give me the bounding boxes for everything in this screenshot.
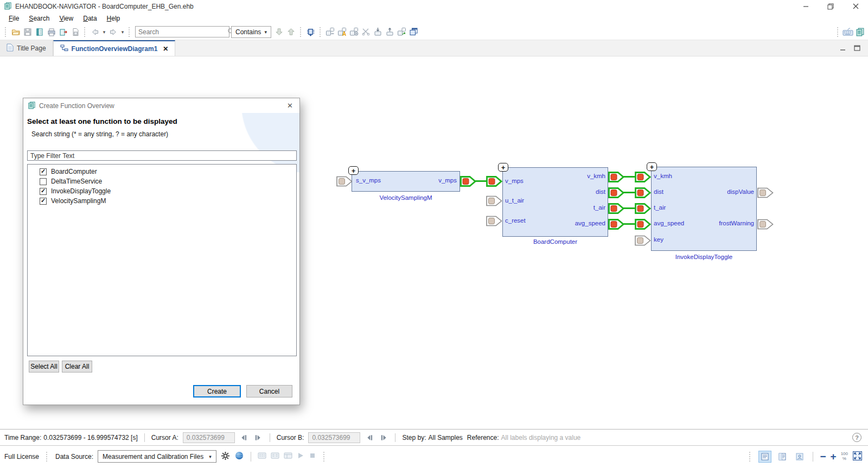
table-of-contents-icon[interactable]	[34, 26, 46, 38]
port-connector-connected[interactable]	[635, 187, 651, 198]
go-to-function-icon[interactable]	[305, 26, 317, 38]
forward-icon[interactable]	[107, 26, 119, 38]
port-connector-connected[interactable]	[635, 172, 651, 182]
presenter-view-icon[interactable]	[793, 451, 806, 463]
port-label[interactable]: dist	[548, 188, 605, 195]
port-connector-unconnected[interactable]	[486, 195, 502, 206]
clear-all-button[interactable]: Clear All	[62, 361, 92, 373]
fit-to-screen-icon[interactable]	[852, 451, 863, 463]
dialog-close-icon[interactable]: ✕	[285, 102, 295, 110]
port-label[interactable]: key	[654, 236, 663, 243]
collapse-function-icon[interactable]	[324, 26, 336, 38]
menu-file[interactable]: File	[4, 14, 23, 23]
create-button[interactable]: Create	[193, 385, 241, 397]
ehandbook-icon[interactable]	[854, 26, 866, 38]
open-in-new-diagram-icon[interactable]	[396, 26, 408, 38]
close-button[interactable]	[843, 0, 868, 12]
port-label[interactable]: dist	[654, 188, 663, 195]
zoom-in-icon[interactable]: +	[831, 451, 837, 462]
remove-labels-icon[interactable]	[348, 26, 360, 38]
menu-data[interactable]: Data	[79, 14, 101, 23]
checkbox-checked[interactable]: ✓	[40, 168, 47, 175]
previous-match-icon[interactable]	[285, 26, 297, 38]
list-item[interactable]: ✓ VelocitySamplingM	[28, 196, 296, 206]
cut-connection-icon[interactable]	[360, 26, 372, 38]
back-history-caret-icon[interactable]: ▾	[101, 29, 107, 35]
port-label[interactable]: u_t_air	[505, 197, 524, 204]
function-list[interactable]: ✓ BoardComputer DeltaTimeService ✓ Invok…	[27, 164, 297, 356]
port-connector-unconnected[interactable]	[336, 176, 353, 187]
view-maximize-icon[interactable]	[854, 45, 860, 53]
cascade-windows-icon[interactable]	[408, 26, 420, 38]
cursor-b-input[interactable]	[308, 432, 360, 443]
menu-view[interactable]: View	[55, 14, 78, 23]
export-book-icon[interactable]	[58, 26, 69, 38]
port-connector-connected[interactable]	[635, 203, 651, 214]
port-label[interactable]: v_mps	[505, 178, 524, 184]
measure-file-icon[interactable]	[271, 452, 279, 461]
cursor-a-step-back-icon[interactable]	[239, 433, 249, 442]
menu-search[interactable]: Search	[24, 14, 54, 23]
port-connector-connected[interactable]	[608, 203, 624, 214]
checkbox-checked[interactable]: ✓	[40, 198, 47, 205]
move-down-hierarchy-icon[interactable]	[372, 26, 384, 38]
cursor-b-step-back-icon[interactable]	[365, 433, 374, 442]
keyboard-shortcuts-icon[interactable]	[842, 26, 854, 38]
list-item[interactable]: DeltaTimeService	[28, 176, 296, 186]
port-connector-unconnected[interactable]	[486, 216, 502, 226]
port-label[interactable]: c_reset	[505, 217, 526, 224]
expand-block-icon[interactable]: +	[647, 162, 657, 171]
search-input[interactable]	[136, 27, 225, 37]
zoom-out-icon[interactable]: −	[820, 451, 826, 462]
port-connector-unconnected[interactable]	[635, 235, 651, 246]
data-source-dropdown[interactable]: Measurement and Calibration Files ▾	[98, 450, 216, 463]
help-icon[interactable]: ?	[852, 433, 861, 442]
play-measurement-icon[interactable]	[297, 452, 304, 461]
port-label[interactable]: avg_speed	[654, 220, 684, 226]
tab-title-page[interactable]: Title Page	[0, 40, 53, 56]
stop-measurement-icon[interactable]	[309, 452, 316, 461]
search-box[interactable]	[135, 26, 229, 37]
tab-function-overview-diagram[interactable]: FunctionOverviewDiagram1 ✕	[53, 40, 176, 56]
port-connector-connected[interactable]	[608, 219, 624, 230]
cancel-button[interactable]: Cancel	[246, 385, 292, 397]
open-file-icon[interactable]	[10, 26, 22, 38]
block-invokedisplaytoggle[interactable]	[651, 167, 757, 251]
measure-window-icon[interactable]	[284, 452, 292, 461]
port-label[interactable]: dispValue	[697, 188, 754, 195]
settings-gear-icon[interactable]	[221, 451, 230, 462]
restore-button[interactable]	[818, 0, 843, 12]
port-label[interactable]: s_v_mps	[356, 177, 381, 184]
block-name[interactable]: InvokeDisplayToggle	[651, 254, 757, 260]
select-all-button[interactable]: Select All	[29, 361, 59, 373]
cursor-a-input[interactable]	[183, 432, 235, 443]
print-icon[interactable]	[46, 26, 58, 38]
port-connector-unconnected[interactable]	[757, 187, 774, 198]
tab-close-icon[interactable]: ✕	[163, 45, 168, 53]
expand-block-icon[interactable]: +	[348, 166, 359, 175]
data-sphere-icon[interactable]	[234, 451, 244, 462]
pdf-export-icon[interactable]	[69, 26, 81, 38]
checkbox-unchecked[interactable]	[40, 178, 47, 185]
expand-block-icon[interactable]: +	[498, 163, 508, 172]
port-label[interactable]: v_kmh	[654, 173, 672, 179]
port-connector-connected[interactable]	[608, 172, 624, 182]
block-name[interactable]: VelocitySamplingM	[352, 194, 460, 201]
menu-help[interactable]: Help	[103, 14, 125, 23]
port-label[interactable]: v_mps	[400, 177, 457, 184]
save-icon[interactable]	[22, 26, 34, 38]
port-label[interactable]: v_kmh	[548, 173, 605, 179]
forward-history-caret-icon[interactable]: ▾	[119, 29, 126, 35]
filter-input[interactable]	[27, 150, 297, 161]
port-connector-connected[interactable]	[486, 176, 502, 187]
back-icon[interactable]	[89, 26, 101, 38]
block-name[interactable]: BoardComputer	[502, 238, 608, 245]
measure-config-icon[interactable]	[258, 452, 266, 461]
port-connector-connected[interactable]	[635, 219, 651, 230]
move-up-hierarchy-icon[interactable]	[384, 26, 396, 38]
list-item[interactable]: ✓ BoardComputer	[28, 167, 296, 176]
auto-label-function-icon[interactable]: A	[336, 26, 348, 38]
contains-dropdown[interactable]: Contains ▾	[231, 26, 271, 38]
port-connector-connected[interactable]	[460, 176, 476, 187]
checkbox-checked[interactable]: ✓	[40, 188, 47, 195]
